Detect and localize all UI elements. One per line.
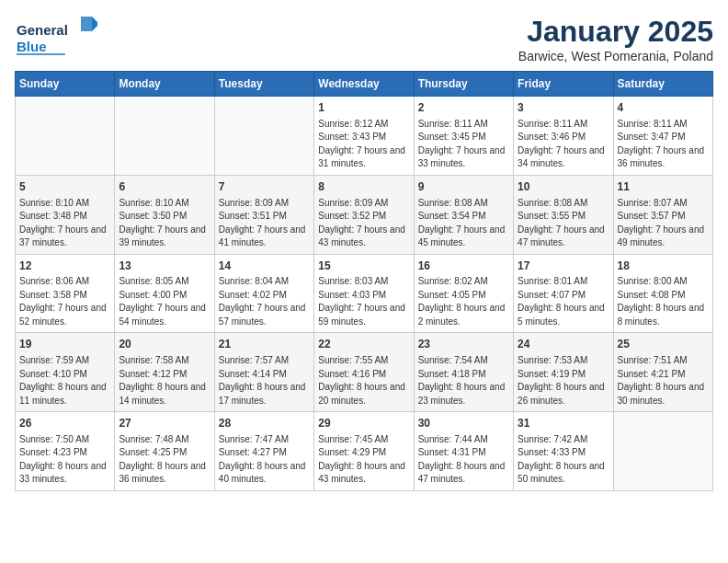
- day-number: 4: [618, 100, 709, 116]
- day-info: Sunrise: 7:47 AM Sunset: 4:27 PM Dayligh…: [219, 433, 310, 487]
- day-info: Sunrise: 7:57 AM Sunset: 4:14 PM Dayligh…: [219, 354, 310, 408]
- day-info: Sunrise: 8:04 AM Sunset: 4:02 PM Dayligh…: [219, 275, 310, 328]
- day-number: 21: [219, 337, 310, 352]
- day-number: 12: [19, 259, 110, 274]
- day-info: Sunrise: 8:10 AM Sunset: 3:50 PM Dayligh…: [119, 197, 210, 250]
- calendar-cell: [16, 97, 115, 176]
- day-number: 19: [19, 337, 110, 352]
- day-info: Sunrise: 8:11 AM Sunset: 3:45 PM Dayligh…: [418, 118, 509, 171]
- calendar-week-2: 5Sunrise: 8:10 AM Sunset: 3:48 PM Daylig…: [16, 175, 713, 254]
- day-number: 23: [418, 337, 509, 352]
- logo-svg: General Blue: [15, 15, 97, 63]
- calendar-cell: [214, 97, 313, 176]
- day-number: 8: [318, 179, 409, 195]
- calendar-body: 1Sunrise: 8:12 AM Sunset: 3:43 PM Daylig…: [16, 97, 713, 491]
- day-info: Sunrise: 8:02 AM Sunset: 4:05 PM Dayligh…: [418, 275, 509, 328]
- day-number: 10: [518, 179, 609, 195]
- calendar-table: SundayMondayTuesdayWednesdayThursdayFrid…: [15, 71, 713, 491]
- calendar-cell: 24Sunrise: 7:53 AM Sunset: 4:19 PM Dayli…: [514, 333, 613, 412]
- calendar-cell: 18Sunrise: 8:00 AM Sunset: 4:08 PM Dayli…: [613, 254, 712, 333]
- calendar-cell: 6Sunrise: 8:10 AM Sunset: 3:50 PM Daylig…: [115, 175, 214, 254]
- day-number: 17: [518, 259, 609, 274]
- weekday-header-friday: Friday: [514, 72, 613, 97]
- calendar-week-5: 26Sunrise: 7:50 AM Sunset: 4:23 PM Dayli…: [16, 412, 713, 491]
- day-number: 16: [418, 259, 509, 274]
- calendar-cell: 17Sunrise: 8:01 AM Sunset: 4:07 PM Dayli…: [514, 254, 613, 333]
- svg-text:Blue: Blue: [17, 39, 47, 54]
- calendar-cell: 5Sunrise: 8:10 AM Sunset: 3:48 PM Daylig…: [16, 175, 115, 254]
- day-info: Sunrise: 8:01 AM Sunset: 4:07 PM Dayligh…: [518, 275, 609, 328]
- day-info: Sunrise: 8:03 AM Sunset: 4:03 PM Dayligh…: [318, 275, 409, 328]
- day-number: 20: [119, 337, 210, 352]
- weekday-header-tuesday: Tuesday: [214, 72, 313, 97]
- day-number: 30: [418, 416, 509, 431]
- calendar-cell: 20Sunrise: 7:58 AM Sunset: 4:12 PM Dayli…: [115, 333, 214, 412]
- day-info: Sunrise: 7:44 AM Sunset: 4:31 PM Dayligh…: [418, 433, 509, 487]
- calendar-cell: 10Sunrise: 8:08 AM Sunset: 3:55 PM Dayli…: [514, 175, 613, 254]
- calendar-cell: 7Sunrise: 8:09 AM Sunset: 3:51 PM Daylig…: [214, 175, 313, 254]
- calendar-cell: 14Sunrise: 8:04 AM Sunset: 4:02 PM Dayli…: [214, 254, 313, 333]
- day-info: Sunrise: 7:53 AM Sunset: 4:19 PM Dayligh…: [518, 354, 609, 408]
- day-number: 28: [219, 416, 310, 431]
- day-number: 14: [219, 259, 310, 274]
- day-number: 3: [518, 100, 609, 116]
- calendar-cell: 9Sunrise: 8:08 AM Sunset: 3:54 PM Daylig…: [414, 175, 513, 254]
- day-info: Sunrise: 8:08 AM Sunset: 3:54 PM Dayligh…: [418, 197, 509, 250]
- day-info: Sunrise: 8:00 AM Sunset: 4:08 PM Dayligh…: [618, 275, 709, 328]
- calendar-cell: 22Sunrise: 7:55 AM Sunset: 4:16 PM Dayli…: [314, 333, 414, 412]
- weekday-header-monday: Monday: [115, 72, 214, 97]
- day-info: Sunrise: 8:09 AM Sunset: 3:52 PM Dayligh…: [318, 197, 409, 250]
- day-number: 31: [518, 416, 609, 431]
- day-number: 15: [318, 259, 409, 274]
- day-number: 24: [518, 337, 609, 352]
- calendar-cell: 12Sunrise: 8:06 AM Sunset: 3:58 PM Dayli…: [16, 254, 115, 333]
- day-info: Sunrise: 8:09 AM Sunset: 3:51 PM Dayligh…: [219, 197, 310, 250]
- page-subtitle: Barwice, West Pomerania, Poland: [518, 49, 713, 63]
- calendar-cell: 31Sunrise: 7:42 AM Sunset: 4:33 PM Dayli…: [514, 412, 613, 491]
- weekday-header-wednesday: Wednesday: [314, 72, 414, 97]
- day-info: Sunrise: 7:48 AM Sunset: 4:25 PM Dayligh…: [119, 433, 210, 487]
- calendar-week-3: 12Sunrise: 8:06 AM Sunset: 3:58 PM Dayli…: [16, 254, 713, 333]
- svg-marker-2: [92, 17, 97, 31]
- weekday-header-thursday: Thursday: [414, 72, 513, 97]
- title-block: January 2025 Barwice, West Pomerania, Po…: [518, 15, 713, 63]
- day-info: Sunrise: 7:50 AM Sunset: 4:23 PM Dayligh…: [19, 433, 110, 487]
- calendar-cell: 11Sunrise: 8:07 AM Sunset: 3:57 PM Dayli…: [613, 175, 712, 254]
- calendar-cell: 4Sunrise: 8:11 AM Sunset: 3:47 PM Daylig…: [613, 97, 712, 176]
- day-number: 9: [418, 179, 509, 195]
- day-info: Sunrise: 7:58 AM Sunset: 4:12 PM Dayligh…: [119, 354, 210, 408]
- calendar-cell: 8Sunrise: 8:09 AM Sunset: 3:52 PM Daylig…: [314, 175, 414, 254]
- day-number: 13: [119, 259, 210, 274]
- weekday-header-row: SundayMondayTuesdayWednesdayThursdayFrid…: [16, 72, 713, 97]
- day-number: 1: [318, 100, 409, 116]
- calendar-week-1: 1Sunrise: 8:12 AM Sunset: 3:43 PM Daylig…: [16, 97, 713, 176]
- day-number: 7: [219, 179, 310, 195]
- day-info: Sunrise: 8:05 AM Sunset: 4:00 PM Dayligh…: [119, 275, 210, 328]
- page-title: January 2025: [518, 15, 713, 49]
- calendar-cell: 19Sunrise: 7:59 AM Sunset: 4:10 PM Dayli…: [16, 333, 115, 412]
- day-number: 5: [19, 179, 110, 195]
- svg-marker-1: [81, 17, 92, 31]
- day-info: Sunrise: 8:11 AM Sunset: 3:46 PM Dayligh…: [518, 118, 609, 171]
- day-info: Sunrise: 8:07 AM Sunset: 3:57 PM Dayligh…: [618, 197, 709, 250]
- calendar-cell: 2Sunrise: 8:11 AM Sunset: 3:45 PM Daylig…: [414, 97, 513, 176]
- calendar-cell: 27Sunrise: 7:48 AM Sunset: 4:25 PM Dayli…: [115, 412, 214, 491]
- day-info: Sunrise: 7:45 AM Sunset: 4:29 PM Dayligh…: [318, 433, 409, 487]
- day-info: Sunrise: 8:10 AM Sunset: 3:48 PM Dayligh…: [19, 197, 110, 250]
- calendar-cell: 21Sunrise: 7:57 AM Sunset: 4:14 PM Dayli…: [214, 333, 313, 412]
- calendar-cell: 15Sunrise: 8:03 AM Sunset: 4:03 PM Dayli…: [314, 254, 414, 333]
- calendar-cell: 23Sunrise: 7:54 AM Sunset: 4:18 PM Dayli…: [414, 333, 513, 412]
- weekday-header-sunday: Sunday: [16, 72, 115, 97]
- svg-text:General: General: [17, 22, 68, 38]
- calendar-cell: 13Sunrise: 8:05 AM Sunset: 4:00 PM Dayli…: [115, 254, 214, 333]
- calendar-cell: 28Sunrise: 7:47 AM Sunset: 4:27 PM Dayli…: [214, 412, 313, 491]
- calendar-cell: 16Sunrise: 8:02 AM Sunset: 4:05 PM Dayli…: [414, 254, 513, 333]
- day-number: 25: [618, 337, 709, 352]
- calendar-cell: [115, 97, 214, 176]
- day-number: 18: [618, 259, 709, 274]
- day-info: Sunrise: 8:12 AM Sunset: 3:43 PM Dayligh…: [318, 118, 409, 171]
- calendar-cell: 3Sunrise: 8:11 AM Sunset: 3:46 PM Daylig…: [514, 97, 613, 176]
- day-info: Sunrise: 7:54 AM Sunset: 4:18 PM Dayligh…: [418, 354, 509, 408]
- day-number: 26: [19, 416, 110, 431]
- day-number: 6: [119, 179, 210, 195]
